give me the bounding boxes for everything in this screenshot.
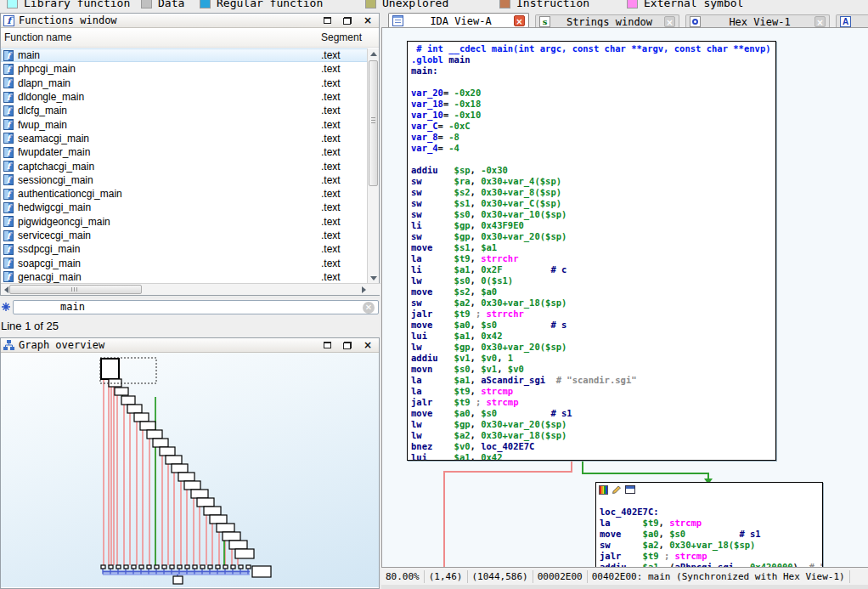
scroll-right-icon[interactable]: [358, 284, 369, 296]
asm-line[interactable]: var_20= -0x20: [411, 88, 775, 99]
asm-line[interactable]: lw $s0, 0($s1): [411, 275, 775, 286]
asm-line[interactable]: la $t9, strrchr: [411, 253, 775, 264]
tab-hex-view-1[interactable]: Hex View-1×: [685, 14, 830, 28]
graph-overview-titlebar[interactable]: Graph overview ×: [1, 338, 379, 353]
asm-line[interactable]: move $a0, $s0 # s1: [411, 408, 775, 419]
asm-line[interactable]: jalr $t9 ; strrchr: [411, 309, 775, 320]
asm-line[interactable]: movn $s0, $v1, $v0: [411, 364, 775, 375]
asm-line[interactable]: sw $a2, 0x30+var_18($sp): [411, 297, 775, 309]
function-row[interactable]: fphpcgi_main.text: [1, 62, 369, 76]
function-row[interactable]: fsoapcgi_main.text: [1, 256, 369, 269]
function-row[interactable]: ffwupdater_main.text: [1, 145, 369, 159]
maximize-icon[interactable]: [322, 16, 332, 25]
function-row[interactable]: fseamacgi_main.text: [1, 132, 369, 145]
graph-overview-minimap[interactable]: [1, 353, 379, 587]
horizontal-scrollbar-thumb[interactable]: [9, 285, 142, 294]
asm-line[interactable]: move $s1, $a1: [411, 242, 775, 253]
tab-close-icon[interactable]: ×: [664, 16, 675, 27]
asm-line[interactable]: [411, 154, 775, 165]
asm-line[interactable]: sw $gp, 0x30+var_20($sp): [411, 231, 775, 242]
group-node-icon[interactable]: [625, 485, 635, 494]
asm-line[interactable]: loc_402E7C:: [600, 507, 822, 518]
asm-line[interactable]: addiu $sp, -0x30: [411, 165, 775, 176]
asm-line[interactable]: li $a1, 0x2F # c: [411, 264, 775, 275]
asm-line[interactable]: bnez $v0, loc_402E7C: [411, 441, 775, 452]
asm-line[interactable]: var_C= -0xC: [411, 121, 775, 132]
tab-close-icon[interactable]: ×: [814, 16, 826, 27]
function-row[interactable]: fdlcfg_main.text: [1, 104, 369, 117]
right-column: IDA View-A×sStrings window×Hex View-1×A …: [381, 13, 868, 589]
function-filter-input[interactable]: main ✕: [13, 300, 379, 314]
vertical-scrollbar[interactable]: [367, 48, 379, 284]
close-icon[interactable]: ×: [363, 341, 373, 350]
asm-line[interactable]: la $a1, aScandir_sgi # "scandir.sgi": [411, 375, 775, 386]
asm-line[interactable]: lui $a1, 0x42: [411, 452, 775, 461]
tab-textview[interactable]: A: [836, 14, 868, 28]
asm-line[interactable]: jalr $t9 ; strcmp: [411, 397, 775, 408]
asm-line[interactable]: li $gp, 0x43F9E0: [411, 220, 775, 231]
asm-line[interactable]: .globl main: [411, 54, 775, 65]
graph-overview-canvas[interactable]: [1, 353, 379, 587]
tab-close-icon[interactable]: ×: [514, 15, 525, 26]
asm-line[interactable]: move $a0, $s0 # s1: [600, 529, 822, 540]
functions-window-titlebar[interactable]: f Functions window ×: [1, 14, 379, 28]
asm-line[interactable]: la $t9, strcmp: [600, 518, 822, 529]
asm-line[interactable]: var_8= -8: [411, 132, 775, 143]
scroll-up-icon[interactable]: [368, 48, 380, 59]
asm-line[interactable]: lw $gp, 0x30+var_20($sp): [411, 342, 775, 353]
legend-item: Regular function: [200, 0, 323, 11]
function-name: sessioncgi_main: [18, 174, 321, 186]
asm-line[interactable]: var_18= -0x18: [411, 99, 775, 110]
asm-line[interactable]: sw $s1, 0x30+var_C($sp): [411, 198, 775, 209]
function-row[interactable]: fcaptchacgi_main.text: [1, 159, 369, 173]
node-color-icon[interactable]: [599, 485, 608, 495]
asm-line[interactable]: jalr $t9 ; strcmp: [600, 551, 822, 562]
asm-line[interactable]: lui $a1, 0x42: [411, 331, 775, 342]
asm-line[interactable]: lw $a2, 0x30+var_18($sp): [411, 430, 775, 441]
asm-line[interactable]: main:: [411, 65, 775, 76]
function-row[interactable]: ffwup_main.text: [1, 117, 369, 131]
tab-strings-window[interactable]: sStrings window×: [535, 14, 679, 28]
asm-line[interactable]: var_4= -4: [411, 143, 775, 154]
column-segment[interactable]: Segment: [321, 31, 362, 43]
function-row[interactable]: fdldongle_main.text: [1, 90, 369, 104]
function-row[interactable]: fsessioncgi_main.text: [1, 173, 369, 187]
asm-line[interactable]: move $a0, $s0 # s: [411, 320, 775, 331]
function-row[interactable]: fmain.text: [1, 48, 369, 62]
function-row[interactable]: fhedwigcgi_main.text: [1, 201, 369, 214]
function-row[interactable]: fservicecgi_main.text: [1, 229, 369, 242]
function-row[interactable]: fpigwidgeoncgi_main.text: [1, 215, 369, 229]
function-icon: f: [3, 64, 14, 75]
asm-line[interactable]: sw $s0, 0x30+var_10($sp): [411, 209, 775, 220]
legend-label: Regular function: [217, 0, 323, 9]
column-function-name[interactable]: Function name: [4, 31, 71, 43]
asm-line[interactable]: la $t9, strcmp: [411, 386, 775, 397]
asm-line[interactable]: [411, 76, 775, 88]
asm-line[interactable]: sw $a2, 0x30+var_18($sp): [600, 540, 822, 551]
asm-line[interactable]: sw $ra, 0x30+var_4($sp): [411, 176, 775, 187]
function-list-header[interactable]: Function name Segment: [1, 28, 379, 48]
close-icon[interactable]: ×: [363, 16, 373, 25]
asm-line[interactable]: sw $s2, 0x30+var_8($sp): [411, 187, 775, 198]
tab-ida-view-a[interactable]: IDA View-A×: [388, 13, 529, 28]
asm-line[interactable]: addiu $v1, $v0, 1: [411, 353, 775, 364]
clear-filter-icon[interactable]: ✕: [363, 302, 375, 314]
restore-icon[interactable]: [342, 16, 352, 25]
function-row[interactable]: fssdpcgi_main.text: [1, 242, 369, 256]
asm-line[interactable]: var_10= -0x10: [411, 110, 775, 121]
basic-block-loc-402E7C[interactable]: loc_402E7C:la $t9, strcmpmove $a0, $s0 #…: [595, 482, 823, 567]
function-row[interactable]: fdlapn_main.text: [1, 76, 369, 90]
function-row[interactable]: fgenacgi_main.text: [1, 270, 369, 284]
edit-pencil-icon[interactable]: [612, 484, 622, 495]
function-row[interactable]: fauthenticationcgi_main.text: [1, 187, 369, 201]
maximize-icon[interactable]: [322, 341, 332, 350]
disassembly-graph-canvas[interactable]: # int __cdecl main(int argc, const char …: [381, 28, 868, 567]
horizontal-scrollbar[interactable]: [1, 283, 380, 295]
asm-line[interactable]: move $s2, $a0: [411, 286, 775, 297]
restore-icon[interactable]: [342, 341, 352, 350]
asm-line[interactable]: [600, 496, 822, 507]
basic-block-main[interactable]: # int __cdecl main(int argc, const char …: [407, 41, 776, 461]
asm-line[interactable]: lw $gp, 0x30+var_20($sp): [411, 419, 775, 430]
asm-line[interactable]: # int __cdecl main(int argc, const char …: [411, 43, 775, 54]
vertical-scrollbar-thumb[interactable]: [369, 60, 378, 186]
